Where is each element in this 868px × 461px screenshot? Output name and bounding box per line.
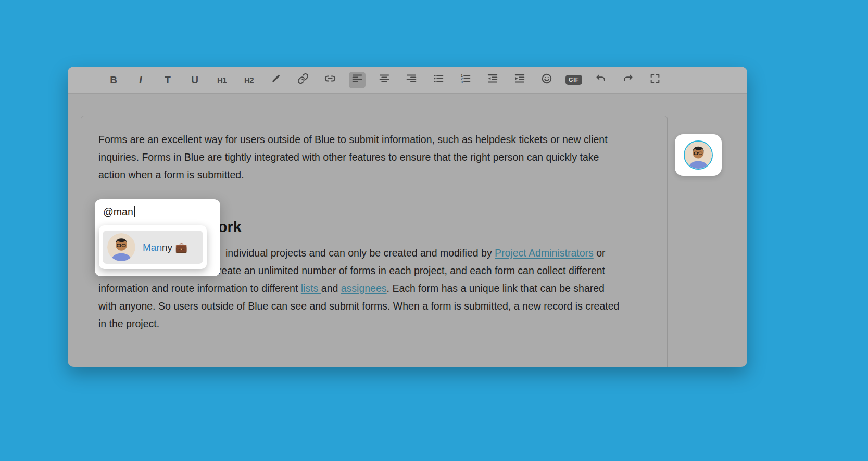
italic-button[interactable]: I <box>132 72 149 88</box>
svg-text:3: 3 <box>461 80 463 84</box>
h1-button[interactable]: H1 <box>213 72 230 88</box>
redo-icon <box>622 73 634 87</box>
numbered-list-button[interactable]: 123 <box>457 72 474 88</box>
outdent-button[interactable] <box>484 72 501 88</box>
align-right-icon <box>406 73 417 87</box>
gif-icon: GIF <box>565 75 582 85</box>
bullet-list-button[interactable] <box>430 72 447 88</box>
h2-icon: H2 <box>244 75 254 84</box>
fullscreen-button[interactable] <box>647 72 663 88</box>
text-caret <box>134 206 135 217</box>
italic-icon: I <box>139 73 143 86</box>
text-segment: or <box>594 247 606 259</box>
gif-button[interactable]: GIF <box>565 72 582 88</box>
section-heading: Work <box>204 217 622 237</box>
text-link[interactable]: Project Administrators <box>495 247 594 259</box>
collaborator-avatar-card[interactable] <box>675 134 722 176</box>
link-icon <box>297 73 309 87</box>
indent-button[interactable] <box>511 72 528 88</box>
avatar-photo <box>107 233 135 261</box>
bullet-list-icon <box>433 73 444 87</box>
align-center-icon <box>379 73 390 87</box>
collaborator-avatar <box>684 140 713 170</box>
suggestion-name: Manny 💼 <box>143 241 187 253</box>
formatting-toolbar: B I T U H1 H2 <box>68 67 747 94</box>
undo-icon <box>595 73 607 87</box>
align-left-icon <box>351 73 363 87</box>
pen-icon <box>270 73 282 87</box>
outdent-icon <box>487 73 498 87</box>
avatar-photo <box>685 142 712 169</box>
h2-button[interactable]: H2 <box>241 72 257 88</box>
unlink-icon <box>324 73 336 87</box>
align-center-button[interactable] <box>376 72 393 88</box>
underline-button[interactable]: U <box>186 72 203 88</box>
underline-icon: U <box>191 74 198 86</box>
text-link[interactable]: lists <box>301 283 321 294</box>
align-right-button[interactable] <box>403 72 420 88</box>
mention-query[interactable]: @man <box>95 204 220 221</box>
unlink-button[interactable] <box>322 72 338 88</box>
undo-button[interactable] <box>593 72 609 88</box>
rich-text-editor: B I T U H1 H2 <box>68 67 747 367</box>
fullscreen-icon <box>649 73 661 87</box>
mention-autocomplete-popup: @man <box>95 199 220 276</box>
indent-icon <box>514 73 525 87</box>
suggestion-name-match: Man <box>143 242 162 253</box>
mention-suggestions-panel: Manny 💼 <box>99 225 207 269</box>
strikethrough-button[interactable]: T <box>159 72 176 88</box>
redo-button[interactable] <box>620 72 636 88</box>
text-segment: and <box>321 283 341 294</box>
align-left-button[interactable] <box>349 72 366 88</box>
link-button[interactable] <box>295 72 311 88</box>
h1-icon: H1 <box>217 75 227 84</box>
mention-query-text: @man <box>103 206 133 217</box>
emoji-button[interactable] <box>538 72 555 88</box>
emoji-smiley-icon <box>541 73 552 87</box>
numbered-list-icon: 123 <box>460 73 471 87</box>
bold-button[interactable]: B <box>105 72 122 88</box>
paragraph-intro: Forms are an excellent way for users out… <box>98 131 622 184</box>
page-background: B I T U H1 H2 <box>0 0 868 461</box>
highlight-button[interactable] <box>268 72 284 88</box>
strikethrough-icon: T <box>165 74 171 86</box>
text-link[interactable]: assignees <box>341 283 387 294</box>
mention-text-line <box>98 184 622 201</box>
suggestion-name-rest: ny 💼 <box>162 242 187 253</box>
text-segment: individual projects and can only be crea… <box>225 247 495 259</box>
bold-icon: B <box>110 74 117 86</box>
suggestion-avatar <box>107 233 135 261</box>
mention-suggestion-item[interactable]: Manny 💼 <box>103 230 203 264</box>
